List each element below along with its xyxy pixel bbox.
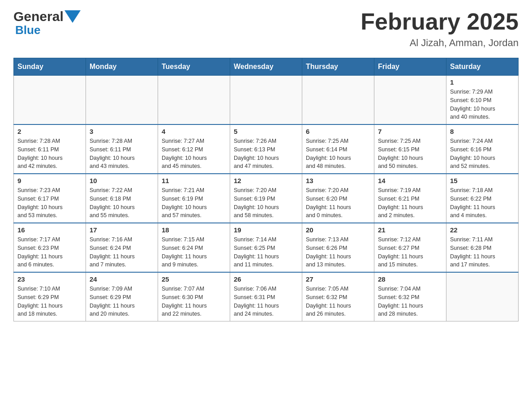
day-info: Sunrise: 7:29 AM Sunset: 6:10 PM Dayligh… <box>450 88 515 121</box>
calendar-cell: 22Sunrise: 7:11 AM Sunset: 6:28 PM Dayli… <box>446 223 519 272</box>
logo: General Blue <box>13 9 81 37</box>
calendar-cell: 23Sunrise: 7:10 AM Sunset: 6:29 PM Dayli… <box>14 272 86 321</box>
day-number: 7 <box>378 128 442 135</box>
page: General Blue February 2025 Al Jizah, Amm… <box>0 0 532 330</box>
header-tuesday: Tuesday <box>158 58 230 76</box>
day-number: 24 <box>90 275 154 283</box>
day-info: Sunrise: 7:28 AM Sunset: 6:11 PM Dayligh… <box>17 137 82 171</box>
calendar-cell: 15Sunrise: 7:18 AM Sunset: 6:22 PM Dayli… <box>446 174 519 223</box>
calendar-header-row: Sunday Monday Tuesday Wednesday Thursday… <box>14 58 519 76</box>
calendar-cell <box>302 76 374 125</box>
day-number: 5 <box>234 128 298 135</box>
day-number: 14 <box>378 177 442 184</box>
day-number: 18 <box>162 226 226 234</box>
day-number: 20 <box>306 226 370 234</box>
calendar-cell: 26Sunrise: 7:06 AM Sunset: 6:31 PM Dayli… <box>230 272 302 321</box>
logo-general-text: General <box>13 9 64 24</box>
day-info: Sunrise: 7:07 AM Sunset: 6:30 PM Dayligh… <box>162 285 226 318</box>
day-info: Sunrise: 7:23 AM Sunset: 6:17 PM Dayligh… <box>17 186 82 220</box>
day-info: Sunrise: 7:13 AM Sunset: 6:26 PM Dayligh… <box>306 235 370 269</box>
day-info: Sunrise: 7:25 AM Sunset: 6:15 PM Dayligh… <box>378 137 442 171</box>
day-number: 26 <box>234 275 298 283</box>
calendar-cell: 9Sunrise: 7:23 AM Sunset: 6:17 PM Daylig… <box>14 174 86 223</box>
header-thursday: Thursday <box>302 58 374 76</box>
week-row-3: 9Sunrise: 7:23 AM Sunset: 6:17 PM Daylig… <box>14 174 519 223</box>
calendar-cell: 7Sunrise: 7:25 AM Sunset: 6:15 PM Daylig… <box>374 124 446 174</box>
header-saturday: Saturday <box>446 58 519 76</box>
day-info: Sunrise: 7:20 AM Sunset: 6:19 PM Dayligh… <box>234 186 298 220</box>
day-info: Sunrise: 7:11 AM Sunset: 6:28 PM Dayligh… <box>450 235 515 269</box>
calendar-cell: 27Sunrise: 7:05 AM Sunset: 6:32 PM Dayli… <box>302 272 374 321</box>
day-info: Sunrise: 7:28 AM Sunset: 6:11 PM Dayligh… <box>90 137 154 171</box>
location: Al Jizah, Amman, Jordan <box>360 37 519 49</box>
calendar-cell: 16Sunrise: 7:17 AM Sunset: 6:23 PM Dayli… <box>14 223 86 272</box>
day-number: 10 <box>90 177 154 184</box>
calendar-cell: 10Sunrise: 7:22 AM Sunset: 6:18 PM Dayli… <box>86 174 158 223</box>
header-friday: Friday <box>374 58 446 76</box>
day-number: 17 <box>90 226 154 234</box>
week-row-4: 16Sunrise: 7:17 AM Sunset: 6:23 PM Dayli… <box>14 223 519 272</box>
day-number: 2 <box>17 128 82 135</box>
calendar-table: Sunday Monday Tuesday Wednesday Thursday… <box>13 58 519 321</box>
day-info: Sunrise: 7:26 AM Sunset: 6:13 PM Dayligh… <box>234 137 298 171</box>
day-info: Sunrise: 7:05 AM Sunset: 6:32 PM Dayligh… <box>306 285 370 318</box>
calendar-cell: 3Sunrise: 7:28 AM Sunset: 6:11 PM Daylig… <box>86 124 158 174</box>
calendar-cell <box>374 76 446 125</box>
calendar-cell: 5Sunrise: 7:26 AM Sunset: 6:13 PM Daylig… <box>230 124 302 174</box>
day-info: Sunrise: 7:27 AM Sunset: 6:12 PM Dayligh… <box>162 137 226 171</box>
day-number: 11 <box>162 177 226 184</box>
day-info: Sunrise: 7:25 AM Sunset: 6:14 PM Dayligh… <box>306 137 370 171</box>
calendar-cell: 17Sunrise: 7:16 AM Sunset: 6:24 PM Dayli… <box>86 223 158 272</box>
calendar-cell: 12Sunrise: 7:20 AM Sunset: 6:19 PM Dayli… <box>230 174 302 223</box>
calendar-cell <box>446 272 519 321</box>
day-number: 28 <box>378 275 442 283</box>
day-info: Sunrise: 7:17 AM Sunset: 6:23 PM Dayligh… <box>17 235 82 269</box>
day-number: 4 <box>162 128 226 135</box>
day-info: Sunrise: 7:04 AM Sunset: 6:32 PM Dayligh… <box>378 285 442 318</box>
header-wednesday: Wednesday <box>230 58 302 76</box>
calendar-cell: 4Sunrise: 7:27 AM Sunset: 6:12 PM Daylig… <box>158 124 230 174</box>
day-info: Sunrise: 7:19 AM Sunset: 6:21 PM Dayligh… <box>378 186 442 220</box>
logo-triangle-icon <box>64 10 81 23</box>
calendar-cell: 1Sunrise: 7:29 AM Sunset: 6:10 PM Daylig… <box>446 76 519 125</box>
calendar-cell: 8Sunrise: 7:24 AM Sunset: 6:16 PM Daylig… <box>446 124 519 174</box>
day-number: 22 <box>450 226 515 234</box>
calendar-cell: 14Sunrise: 7:19 AM Sunset: 6:21 PM Dayli… <box>374 174 446 223</box>
day-number: 1 <box>450 78 515 86</box>
week-row-1: 1Sunrise: 7:29 AM Sunset: 6:10 PM Daylig… <box>14 76 519 125</box>
day-number: 3 <box>90 128 154 135</box>
month-title: February 2025 <box>360 9 519 34</box>
header-sunday: Sunday <box>14 58 86 76</box>
logo-blue-text: Blue <box>15 23 40 37</box>
calendar-cell <box>158 76 230 125</box>
calendar-cell: 6Sunrise: 7:25 AM Sunset: 6:14 PM Daylig… <box>302 124 374 174</box>
title-section: February 2025 Al Jizah, Amman, Jordan <box>360 9 519 49</box>
day-info: Sunrise: 7:20 AM Sunset: 6:20 PM Dayligh… <box>306 186 370 220</box>
calendar-cell <box>14 76 86 125</box>
calendar-cell: 11Sunrise: 7:21 AM Sunset: 6:19 PM Dayli… <box>158 174 230 223</box>
day-number: 8 <box>450 128 515 135</box>
svg-marker-0 <box>64 10 81 23</box>
day-info: Sunrise: 7:10 AM Sunset: 6:29 PM Dayligh… <box>17 285 82 318</box>
day-info: Sunrise: 7:15 AM Sunset: 6:24 PM Dayligh… <box>162 235 226 269</box>
day-number: 21 <box>378 226 442 234</box>
calendar-cell: 19Sunrise: 7:14 AM Sunset: 6:25 PM Dayli… <box>230 223 302 272</box>
calendar-cell: 18Sunrise: 7:15 AM Sunset: 6:24 PM Dayli… <box>158 223 230 272</box>
day-number: 9 <box>17 177 82 184</box>
day-info: Sunrise: 7:18 AM Sunset: 6:22 PM Dayligh… <box>450 186 515 220</box>
day-info: Sunrise: 7:16 AM Sunset: 6:24 PM Dayligh… <box>90 235 154 269</box>
day-number: 12 <box>234 177 298 184</box>
day-info: Sunrise: 7:06 AM Sunset: 6:31 PM Dayligh… <box>234 285 298 318</box>
day-info: Sunrise: 7:09 AM Sunset: 6:29 PM Dayligh… <box>90 285 154 318</box>
day-info: Sunrise: 7:12 AM Sunset: 6:27 PM Dayligh… <box>378 235 442 269</box>
calendar-cell: 13Sunrise: 7:20 AM Sunset: 6:20 PM Dayli… <box>302 174 374 223</box>
day-info: Sunrise: 7:24 AM Sunset: 6:16 PM Dayligh… <box>450 137 515 171</box>
day-number: 23 <box>17 275 82 283</box>
day-number: 19 <box>234 226 298 234</box>
day-info: Sunrise: 7:14 AM Sunset: 6:25 PM Dayligh… <box>234 235 298 269</box>
header-monday: Monday <box>86 58 158 76</box>
day-number: 6 <box>306 128 370 135</box>
calendar-cell: 20Sunrise: 7:13 AM Sunset: 6:26 PM Dayli… <box>302 223 374 272</box>
day-info: Sunrise: 7:21 AM Sunset: 6:19 PM Dayligh… <box>162 186 226 220</box>
calendar-cell: 25Sunrise: 7:07 AM Sunset: 6:30 PM Dayli… <box>158 272 230 321</box>
